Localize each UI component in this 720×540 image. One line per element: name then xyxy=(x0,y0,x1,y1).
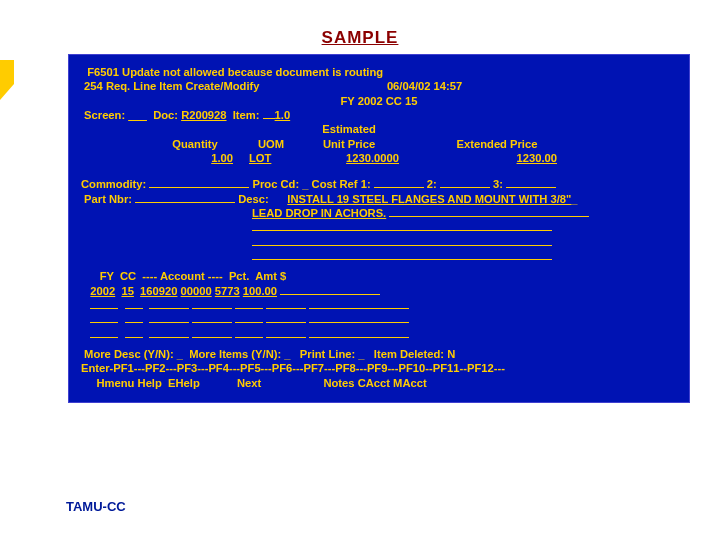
unit-price-header: Unit Price xyxy=(299,137,399,151)
msg-text: Update not allowed because document is r… xyxy=(122,66,383,78)
title-text: SAMPLE xyxy=(322,28,399,47)
uom-header: UOM xyxy=(243,137,299,151)
commodity-field[interactable] xyxy=(149,187,249,188)
cost-ref2-field[interactable] xyxy=(440,187,490,188)
msg-code: F6501 xyxy=(87,66,119,78)
commodity-row: Commodity: Proc Cd: _ Cost Ref 1: 2: 3: xyxy=(81,177,677,191)
proc-cd-label: Proc Cd: xyxy=(252,178,299,190)
cost-ref1-label: Cost Ref 1: xyxy=(312,178,371,190)
screen-field[interactable]: ___ xyxy=(128,109,147,121)
pfkey-row1[interactable]: Enter-PF1---PF2---PF3---PF4---PF5---PF6-… xyxy=(81,361,677,375)
ext-price-header: Extended Price xyxy=(437,137,557,151)
acct-row3 xyxy=(81,312,677,326)
quantity-header: Quantity xyxy=(147,137,243,151)
item-deleted-label: Item Deleted: xyxy=(374,348,444,360)
acct-row1: 2002 15 160920 00000 5773 100.00 xyxy=(81,284,677,298)
col-header-row2: QuantityUOMUnit PriceExtended Price xyxy=(81,137,677,151)
more-row: More Desc (Y/N): _ More Items (Y/N): _ P… xyxy=(81,347,677,361)
cost-ref1-field[interactable] xyxy=(374,187,424,188)
desc-row2: LEAD DROP IN ACHORS. xyxy=(81,206,677,220)
sidebar-accent xyxy=(0,60,14,100)
desc-row3 xyxy=(81,220,677,234)
acct-row2 xyxy=(81,298,677,312)
page-title: SAMPLE xyxy=(0,28,720,48)
item-number: 1.0 xyxy=(275,109,291,121)
uom-value[interactable]: LOT xyxy=(243,151,293,165)
commodity-label: Commodity: xyxy=(81,178,146,190)
acct-amt[interactable] xyxy=(280,294,380,295)
more-desc-label: More Desc (Y/N): xyxy=(84,348,174,360)
desc-line5[interactable] xyxy=(252,259,552,260)
estimated-label: Estimated xyxy=(299,122,399,136)
desc-row5 xyxy=(81,249,677,263)
status-message-row: F6501 Update not allowed because documen… xyxy=(81,65,677,79)
doc-row: Screen: ___ Doc: R200928 Item: 1.0 xyxy=(81,108,677,122)
screen-id: 254 xyxy=(84,80,103,92)
desc-row: Part Nbr: Desc: INSTALL 19 STEEL FLANGES… xyxy=(81,192,677,206)
value-row: 1.00LOT1230.00001230.00 xyxy=(81,151,677,165)
acct-fy[interactable]: 2002 xyxy=(90,285,115,297)
print-line-label: Print Line: xyxy=(300,348,355,360)
item-deleted-value: N xyxy=(447,348,455,360)
ext-price-value: 1230.00 xyxy=(437,151,557,165)
unit-price-value[interactable]: 1230.0000 xyxy=(299,151,399,165)
terminal-panel: F6501 Update not allowed because documen… xyxy=(68,54,690,403)
desc-line4[interactable] xyxy=(252,245,552,246)
screen-title: Req. Line Item Create/Modify xyxy=(106,80,260,92)
acct-a2[interactable]: 00000 xyxy=(181,285,212,297)
cost-ref3-label: 3: xyxy=(493,178,503,190)
cost-ref2-label: 2: xyxy=(427,178,437,190)
part-nbr-label: Part Nbr: xyxy=(84,193,132,205)
desc-line2[interactable]: LEAD DROP IN ACHORS. xyxy=(252,207,386,219)
acct-a3[interactable]: 5773 xyxy=(215,285,240,297)
col-header-row1: Estimated xyxy=(81,122,677,136)
footer-org: TAMU-CC xyxy=(66,499,126,514)
desc-line3[interactable] xyxy=(252,230,552,231)
acct-row4 xyxy=(81,327,677,341)
part-nbr-field[interactable] xyxy=(135,202,235,203)
pfkey-row2[interactable]: Hmenu Help EHelp Next Notes CAcct MAcct xyxy=(81,376,677,390)
acct-pct[interactable]: 100.00 xyxy=(243,285,277,297)
more-items-label: More Items (Y/N): xyxy=(189,348,281,360)
acct-a1[interactable]: 160920 xyxy=(140,285,177,297)
doc-number: R200928 xyxy=(181,109,226,121)
desc-line1[interactable]: INSTALL 19 STEEL FLANGES AND MOUNT WITH … xyxy=(287,193,571,205)
acct-cc[interactable]: 15 xyxy=(121,285,133,297)
cost-ref3-field[interactable] xyxy=(506,187,556,188)
datetime: 06/04/02 14:57 xyxy=(387,80,462,92)
desc-label: Desc: xyxy=(238,193,268,205)
quantity-value[interactable]: 1.00 xyxy=(147,151,237,165)
desc-row4 xyxy=(81,235,677,249)
fy-line: FY 2002 CC 15 xyxy=(81,94,677,108)
acct-header: FY CC ---- Account ---- Pct. Amt $ xyxy=(81,269,677,283)
screen-title-row: 254 Req. Line Item Create/Modify 06/04/0… xyxy=(81,79,677,93)
